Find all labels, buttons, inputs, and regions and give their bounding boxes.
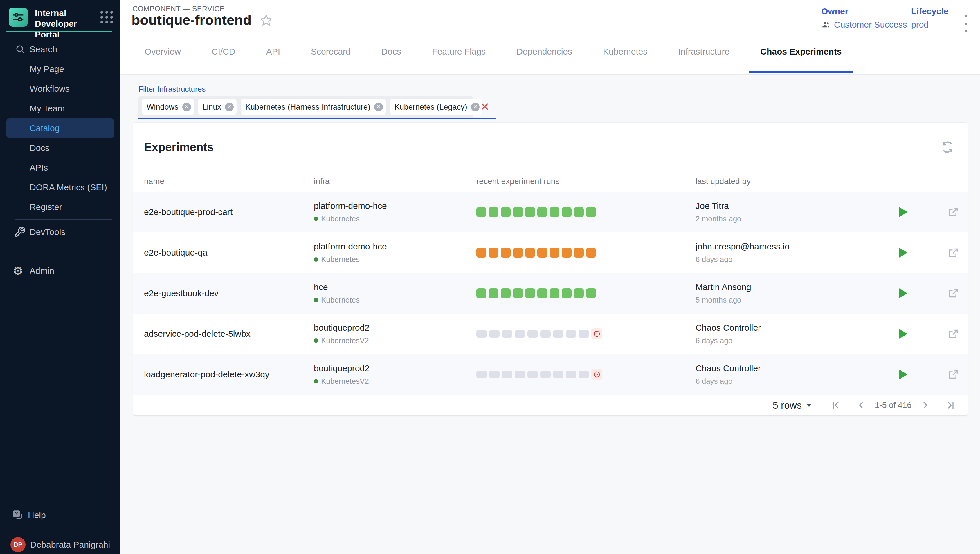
run-tile[interactable] <box>476 371 487 378</box>
run-tile[interactable] <box>476 248 486 258</box>
run-tile[interactable] <box>525 288 535 298</box>
chip-remove-icon[interactable]: ✕ <box>374 103 383 111</box>
chip-remove-icon[interactable]: ✕ <box>225 103 234 111</box>
run-tile[interactable] <box>562 248 571 258</box>
next-page-icon[interactable] <box>919 400 930 411</box>
experiment-name[interactable]: e2e-boutique-qa <box>144 232 207 273</box>
run-tile[interactable] <box>525 248 535 258</box>
open-in-new-icon[interactable] <box>948 369 959 380</box>
run-tile[interactable] <box>527 330 538 337</box>
run-tile[interactable] <box>525 207 535 217</box>
sidebar-item-search[interactable]: Search <box>0 40 120 59</box>
run-tile[interactable] <box>566 371 576 378</box>
tab-kubernetes[interactable]: Kubernetes <box>591 46 659 73</box>
run-tile[interactable] <box>549 288 559 298</box>
tab-feature-flags[interactable]: Feature Flags <box>420 46 497 73</box>
run-tile[interactable] <box>549 248 559 258</box>
run-experiment-play-button[interactable] <box>899 329 907 339</box>
tab-ci-cd[interactable]: CI/CD <box>200 46 247 73</box>
open-in-new-icon[interactable] <box>948 287 959 299</box>
sidebar-item-dora-metrics-sei[interactable]: DORA Metrics (SEI) <box>0 178 120 197</box>
run-tile[interactable] <box>540 371 551 378</box>
run-tile[interactable] <box>502 330 512 337</box>
rows-per-page-select[interactable]: 5 rows <box>773 400 812 411</box>
refresh-icon[interactable] <box>940 140 955 154</box>
sidebar-item-docs[interactable]: Docs <box>0 138 120 158</box>
app-logo[interactable] <box>9 8 28 27</box>
run-tile[interactable] <box>574 207 584 217</box>
run-tile[interactable] <box>513 288 523 298</box>
run-experiment-play-button[interactable] <box>899 288 907 298</box>
open-in-new-icon[interactable] <box>948 328 959 340</box>
last-page-icon[interactable] <box>945 400 956 411</box>
experiment-name[interactable]: adservice-pod-delete-5lwbx <box>144 314 251 354</box>
tab-api[interactable]: API <box>255 46 292 73</box>
run-tile[interactable] <box>562 288 571 298</box>
tab-overview[interactable]: Overview <box>133 46 192 73</box>
experiment-name[interactable]: loadgenerator-pod-delete-xw3qy <box>144 354 270 395</box>
run-tile[interactable] <box>537 288 547 298</box>
more-options-kebab-icon[interactable] <box>959 13 972 34</box>
sidebar-item-register[interactable]: Register <box>0 197 120 217</box>
sidebar-item-devtools[interactable]: DevTools <box>0 222 120 242</box>
run-tile[interactable] <box>489 330 500 337</box>
run-tile[interactable] <box>537 207 547 217</box>
run-tile[interactable] <box>476 207 486 217</box>
run-tile[interactable] <box>476 288 486 298</box>
run-tile[interactable] <box>562 207 571 217</box>
run-tile[interactable] <box>476 330 487 337</box>
owner-link[interactable]: Customer Success <box>821 20 907 30</box>
run-tile[interactable] <box>489 371 500 378</box>
user-profile[interactable]: DP Debabrata Panigrahi <box>0 535 120 554</box>
run-tile[interactable] <box>501 288 511 298</box>
run-tile[interactable] <box>488 288 498 298</box>
run-tile[interactable] <box>513 207 523 217</box>
run-tile[interactable] <box>553 371 563 378</box>
run-experiment-play-button[interactable] <box>899 369 907 380</box>
run-tile[interactable] <box>586 248 596 258</box>
sidebar-item-catalog[interactable]: Catalog <box>6 118 114 138</box>
run-tile[interactable] <box>501 248 511 258</box>
apps-grid-icon[interactable] <box>101 11 113 24</box>
sidebar-item-my-page[interactable]: My Page <box>0 59 120 79</box>
tab-chaos-experiments[interactable]: Chaos Experiments <box>749 46 853 73</box>
filter-label[interactable]: Filter Infrastructures <box>139 85 206 94</box>
run-experiment-play-button[interactable] <box>899 247 907 258</box>
run-tile[interactable] <box>527 371 538 378</box>
run-tile[interactable] <box>566 330 576 337</box>
run-tile[interactable] <box>515 330 525 337</box>
favorite-star-icon[interactable] <box>260 14 273 27</box>
run-tile[interactable] <box>502 371 512 378</box>
run-tile[interactable] <box>501 207 511 217</box>
first-page-icon[interactable] <box>831 400 841 411</box>
scheduled-run-clock-icon[interactable] <box>591 369 602 380</box>
run-tile[interactable] <box>515 371 525 378</box>
run-tile[interactable] <box>579 330 589 337</box>
tab-dependencies[interactable]: Dependencies <box>505 46 584 73</box>
experiment-name[interactable]: e2e-guestbook-dev <box>144 273 219 314</box>
chip-remove-icon[interactable]: ✕ <box>471 103 480 111</box>
run-tile[interactable] <box>553 330 563 337</box>
run-tile[interactable] <box>549 207 559 217</box>
open-in-new-icon[interactable] <box>948 247 959 258</box>
sidebar-item-apis[interactable]: APIs <box>0 158 120 178</box>
filter-chip-input[interactable]: Windows✕Linux✕Kubernetes (Harness Infras… <box>139 96 473 118</box>
run-tile[interactable] <box>586 288 596 298</box>
run-tile[interactable] <box>574 248 584 258</box>
run-tile[interactable] <box>488 207 498 217</box>
run-tile[interactable] <box>540 330 551 337</box>
clear-filters-icon[interactable]: ✕ <box>480 100 490 114</box>
tab-scorecard[interactable]: Scorecard <box>299 46 362 73</box>
sidebar-item-workflows[interactable]: Workflows <box>0 79 120 99</box>
run-tile[interactable] <box>574 288 584 298</box>
sidebar-item-my-team[interactable]: My Team <box>0 99 120 118</box>
run-tile[interactable] <box>586 207 596 217</box>
scheduled-run-clock-icon[interactable] <box>591 328 602 339</box>
sidebar-item-admin[interactable]: ⚙ Admin <box>0 261 120 281</box>
run-experiment-play-button[interactable] <box>899 207 907 217</box>
previous-page-icon[interactable] <box>856 400 867 411</box>
run-tile[interactable] <box>579 371 589 378</box>
tab-infrastructure[interactable]: Infrastructure <box>667 46 741 73</box>
experiment-name[interactable]: e2e-boutique-prod-cart <box>144 192 233 232</box>
chip-remove-icon[interactable]: ✕ <box>182 103 191 111</box>
